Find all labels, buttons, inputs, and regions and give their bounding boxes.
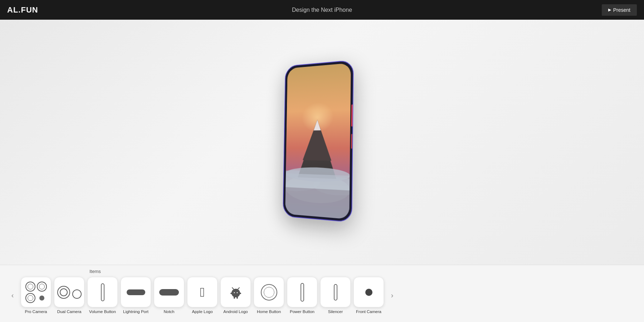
item-dual-camera[interactable]: Dual Camera (54, 277, 84, 314)
svg-point-3 (313, 176, 351, 196)
pro-camera-icon (22, 278, 50, 307)
home-button-icon (261, 284, 277, 301)
bottom-toolbar: Items ‹ Pro Camera Dual (0, 265, 644, 322)
svg-rect-20 (239, 293, 241, 294)
svg-line-16 (238, 288, 239, 289)
phone-screen (285, 63, 351, 219)
side-button-2 (351, 134, 352, 148)
item-home-button[interactable]: Home Button (254, 277, 284, 314)
item-label-dual-camera: Dual Camera (57, 309, 82, 314)
svg-point-13 (234, 292, 235, 293)
item-label-silencer: Silencer (328, 309, 343, 314)
logo: AL.FUN (7, 5, 38, 15)
item-power-button[interactable]: Power Button (287, 277, 317, 314)
power-button-icon (301, 283, 304, 302)
item-icon-volume (87, 277, 118, 307)
item-android-logo[interactable]: Android Logo (220, 277, 251, 314)
header-title: Design the Next iPhone (292, 7, 352, 13)
item-label-front-camera: Front Camera (356, 309, 381, 314)
next-arrow[interactable]: › (387, 290, 397, 301)
item-icon-home (254, 277, 284, 307)
item-label-power: Power Button (290, 309, 314, 314)
items-label: Items (0, 269, 644, 274)
present-button[interactable]: Present (602, 4, 637, 16)
phone-front-face (283, 60, 354, 223)
item-icon-notch (154, 277, 184, 307)
lightning-port-icon (127, 289, 145, 295)
item-volume-button[interactable]: Volume Button (87, 277, 118, 314)
android-logo-icon (229, 285, 243, 299)
main-canvas (0, 20, 644, 265)
item-label-home: Home Button (257, 309, 281, 314)
svg-rect-19 (230, 293, 233, 294)
item-label-apple: Apple Logo (192, 309, 213, 314)
item-icon-android (220, 277, 251, 307)
notch-icon (159, 289, 179, 296)
item-icon-pro-camera (21, 277, 51, 307)
item-icon-lightning (121, 277, 151, 307)
svg-rect-12 (233, 292, 239, 297)
svg-line-15 (232, 288, 234, 289)
side-button-1 (351, 104, 353, 126)
svg-rect-17 (234, 297, 235, 299)
item-notch[interactable]: Notch (154, 277, 184, 314)
phone-3d-body (283, 59, 365, 227)
phone-model[interactable] (279, 62, 365, 223)
item-apple-logo[interactable]:  Apple Logo (187, 277, 218, 314)
svg-point-14 (236, 292, 238, 293)
item-label-volume: Volume Button (89, 309, 116, 314)
item-label-android: Android Logo (223, 309, 248, 314)
prev-arrow[interactable]: ‹ (7, 290, 18, 301)
header: AL.FUN Design the Next iPhone Present (0, 0, 644, 20)
item-icon-silencer (320, 277, 351, 307)
item-icon-front-camera (353, 277, 384, 307)
dual-camera-icon (54, 282, 85, 302)
item-icon-apple:  (187, 277, 218, 307)
item-label-notch: Notch (164, 309, 174, 314)
items-row: ‹ Pro Camera Dual Camera (0, 277, 644, 314)
item-icon-dual-camera (54, 277, 84, 307)
item-pro-camera[interactable]: Pro Camera (21, 277, 51, 314)
svg-rect-10 (285, 187, 350, 219)
silencer-icon (334, 284, 337, 301)
svg-rect-18 (236, 297, 238, 299)
item-label-pro-camera: Pro Camera (25, 309, 47, 314)
apple-logo-icon:  (200, 286, 205, 299)
item-lightning-port[interactable]: Lightning Port (121, 277, 151, 314)
volume-button-icon (101, 283, 104, 301)
item-icon-power (287, 277, 317, 307)
front-camera-icon (365, 289, 372, 296)
item-front-camera[interactable]: Front Camera (353, 277, 384, 314)
item-label-lightning: Lightning Port (123, 309, 148, 314)
item-silencer[interactable]: Silencer (320, 277, 351, 314)
